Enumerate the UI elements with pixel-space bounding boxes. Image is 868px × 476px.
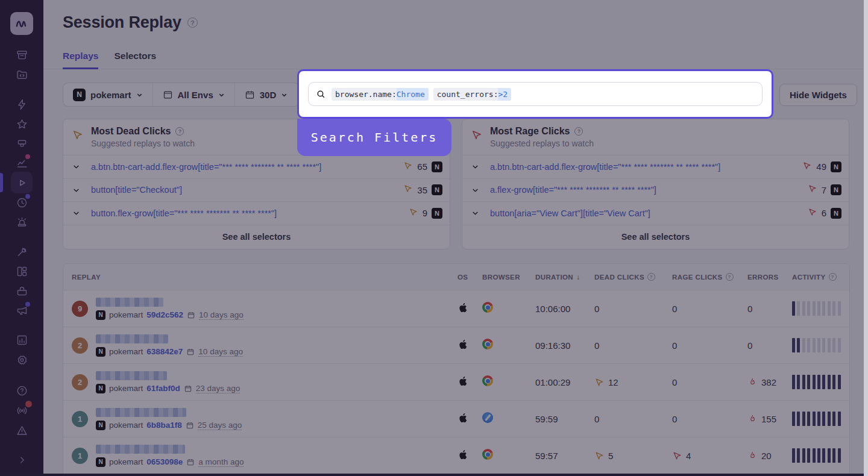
search-filter-chip[interactable]: browser.name:Chrome: [332, 88, 429, 101]
chip-key: count_errors:: [433, 88, 498, 101]
search-icon: [316, 89, 326, 99]
scrollbar[interactable]: [864, 0, 868, 476]
chip-key: browser.name:: [332, 88, 397, 101]
chip-value: >2: [498, 88, 511, 101]
search-input[interactable]: browser.name:Chromecount_errors:>2: [308, 82, 763, 106]
search-filter-chip[interactable]: count_errors:>2: [433, 88, 511, 101]
search-filters-highlight: browser.name:Chromecount_errors:>2: [297, 69, 773, 119]
chip-value: Chrome: [397, 88, 429, 101]
tour-step-label: Search Filters: [297, 119, 451, 156]
